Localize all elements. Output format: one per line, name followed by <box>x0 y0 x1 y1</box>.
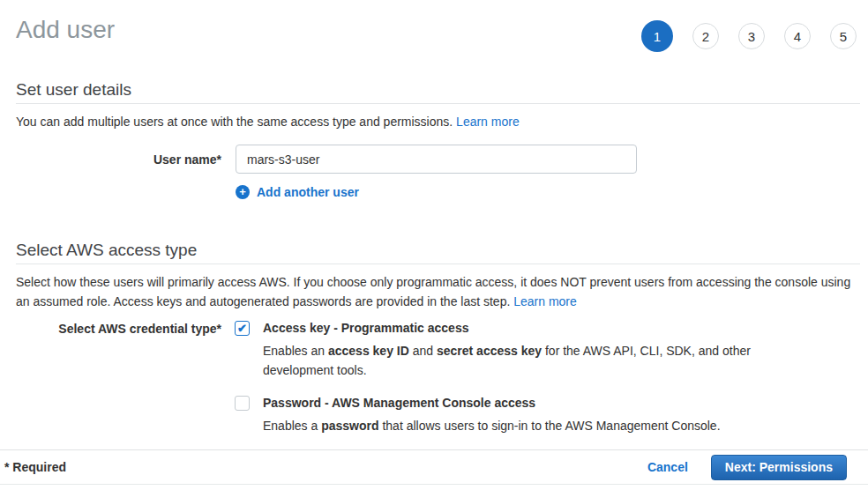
plus-icon: + <box>236 185 250 199</box>
learn-more-link-user-details[interactable]: Learn more <box>456 115 520 129</box>
page-title: Add user <box>16 16 115 44</box>
step-indicator-4: 4 <box>784 23 811 49</box>
desc-bold: access key ID <box>328 344 409 358</box>
next-permissions-button[interactable]: Next: Permissions <box>711 455 847 480</box>
password-checkbox[interactable] <box>235 396 250 411</box>
section-divider <box>16 264 860 264</box>
step-indicator-2: 2 <box>692 23 719 49</box>
checkmark-icon: ✔ <box>237 323 247 334</box>
desc-bold: password <box>321 419 378 433</box>
access-key-option-description: Enables an access key ID and secret acce… <box>263 341 766 380</box>
credential-type-label: Select AWS credential type* <box>16 321 221 336</box>
desc-text: Enables an <box>263 344 328 358</box>
password-option: Password - AWS Management Console access… <box>221 396 766 435</box>
username-row: User name* <box>16 145 860 174</box>
section-divider <box>16 103 860 104</box>
section-heading-access-type: Select AWS access type <box>16 240 860 260</box>
user-details-description-text: You can add multiple users at once with … <box>16 115 453 129</box>
credential-type-row: Select AWS credential type* ✔ Access key… <box>16 321 860 435</box>
set-user-details-section: Set user details You can add multiple us… <box>16 79 860 199</box>
username-input[interactable] <box>236 145 637 174</box>
access-type-description: Select how these users will primarily ac… <box>16 272 860 311</box>
add-another-user-button[interactable]: + Add another user <box>236 185 359 199</box>
access-key-option-title: Access key - Programmatic access <box>263 321 766 336</box>
password-option-body: Password - AWS Management Console access… <box>263 396 721 435</box>
access-type-description-text: Select how these users will primarily ac… <box>16 275 850 308</box>
step-indicator-1: 1 <box>641 20 673 52</box>
access-key-checkbox[interactable]: ✔ <box>235 321 250 336</box>
desc-text: that allows users to sign-in to the AWS … <box>379 419 721 433</box>
learn-more-link-access-type[interactable]: Learn more <box>513 294 577 308</box>
required-note: * Required <box>4 460 647 474</box>
step-indicator-5: 5 <box>830 23 857 49</box>
wizard-footer: * Required Cancel Next: Permissions <box>0 449 868 485</box>
password-option-description: Enables a password that allows users to … <box>263 416 721 435</box>
desc-text: and <box>409 344 437 358</box>
access-key-option: ✔ Access key - Programmatic access Enabl… <box>221 321 766 380</box>
select-access-type-section: Select AWS access type Select how these … <box>16 240 860 435</box>
password-option-title: Password - AWS Management Console access <box>263 396 721 411</box>
username-label: User name* <box>16 145 221 167</box>
step-indicator-3: 3 <box>738 23 765 49</box>
user-details-description: You can add multiple users at once with … <box>16 112 860 131</box>
wizard-steps: 1 2 3 4 5 <box>641 20 857 52</box>
cancel-button[interactable]: Cancel <box>647 460 688 474</box>
section-heading-user-details: Set user details <box>16 79 860 100</box>
add-another-user-label: Add another user <box>257 185 359 199</box>
desc-text: Enables a <box>263 419 321 433</box>
access-key-option-body: Access key - Programmatic access Enables… <box>263 321 766 380</box>
desc-bold: secret access key <box>437 344 542 358</box>
